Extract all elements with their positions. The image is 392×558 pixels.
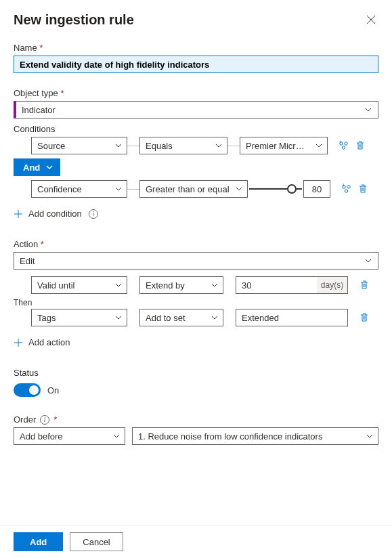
order-position-combo[interactable]: Add before bbox=[14, 427, 125, 445]
conditions-label: Conditions bbox=[14, 124, 378, 134]
object-type-value: Indicator bbox=[22, 105, 56, 115]
order-label-row: Order i bbox=[14, 414, 378, 425]
condition-join-label: And bbox=[23, 163, 40, 173]
status-toggle[interactable] bbox=[14, 383, 41, 397]
group-icon: + bbox=[339, 140, 349, 151]
name-label: Name bbox=[14, 43, 378, 53]
condition-operator-combo[interactable]: Greater than or equal bbox=[139, 180, 248, 198]
svg-point-5 bbox=[347, 186, 350, 188]
chevron-down-icon bbox=[315, 142, 323, 150]
action-field-combo[interactable]: Valid until bbox=[31, 276, 127, 294]
plus-icon bbox=[14, 209, 23, 219]
name-input[interactable] bbox=[14, 56, 378, 73]
info-icon[interactable]: i bbox=[89, 209, 98, 219]
svg-point-2 bbox=[342, 146, 345, 149]
svg-point-6 bbox=[345, 190, 347, 192]
chevron-down-icon bbox=[215, 142, 223, 150]
action-combo[interactable]: Edit bbox=[14, 252, 378, 270]
action-value-suffix: day(s) bbox=[317, 276, 348, 294]
delete-condition-button[interactable] bbox=[355, 180, 371, 198]
action-value-input[interactable]: 30 bbox=[236, 276, 317, 294]
action-label: Action bbox=[14, 239, 378, 249]
condition-operator-combo[interactable]: Equals bbox=[139, 137, 227, 154]
chevron-down-icon bbox=[364, 106, 372, 114]
order-reference-combo[interactable]: 1. Reduce noise from low confidence indi… bbox=[132, 427, 378, 445]
panel-title: New ingestion rule bbox=[14, 12, 134, 28]
delete-icon bbox=[360, 312, 369, 323]
condition-join-button[interactable]: And bbox=[14, 158, 60, 176]
plus-icon bbox=[14, 338, 23, 347]
panel-footer: Add Cancel bbox=[0, 525, 392, 558]
action-operator-combo[interactable]: Extend by bbox=[139, 276, 223, 294]
info-icon[interactable]: i bbox=[40, 415, 49, 425]
delete-condition-button[interactable] bbox=[352, 137, 368, 154]
svg-text:+: + bbox=[339, 140, 343, 145]
group-condition-button[interactable]: + bbox=[339, 180, 355, 198]
delete-action-button[interactable] bbox=[356, 276, 372, 294]
object-type-combo[interactable]: Indicator bbox=[14, 101, 378, 119]
delete-icon bbox=[355, 140, 365, 151]
chevron-down-icon bbox=[235, 185, 243, 193]
group-condition-button[interactable]: + bbox=[336, 137, 352, 154]
chevron-down-icon bbox=[211, 281, 219, 289]
confidence-value[interactable]: 80 bbox=[303, 180, 330, 198]
cancel-button[interactable]: Cancel bbox=[70, 532, 123, 551]
condition-value-combo[interactable]: Premier Micro... bbox=[240, 137, 328, 154]
chevron-down-icon bbox=[211, 314, 219, 322]
condition-field-combo[interactable]: Source bbox=[31, 137, 127, 154]
order-label: Order bbox=[14, 414, 36, 425]
group-icon: + bbox=[341, 184, 352, 194]
svg-point-1 bbox=[345, 142, 347, 145]
close-icon bbox=[366, 15, 376, 24]
condition-row: Source Equals Premier Micro... + bbox=[14, 137, 378, 154]
chevron-down-icon bbox=[45, 163, 53, 171]
chevron-down-icon bbox=[114, 185, 123, 193]
then-label: Then bbox=[14, 298, 378, 307]
svg-text:+: + bbox=[342, 184, 345, 188]
object-type-label: Object type bbox=[14, 88, 378, 98]
action-operator-combo[interactable]: Add to set bbox=[139, 309, 223, 326]
confidence-slider[interactable] bbox=[249, 180, 302, 198]
chevron-down-icon bbox=[114, 142, 123, 150]
action-row: Valid until Extend by 30 day(s) bbox=[14, 276, 378, 294]
condition-field-combo[interactable]: Confidence bbox=[31, 180, 127, 198]
condition-row: Confidence Greater than or equal 80 + bbox=[14, 180, 378, 198]
status-label: Status bbox=[14, 368, 378, 378]
chevron-down-icon bbox=[114, 281, 123, 289]
close-button[interactable] bbox=[364, 12, 378, 27]
action-row: Tags Add to set Extended bbox=[14, 309, 378, 326]
chevron-down-icon bbox=[366, 432, 374, 440]
delete-icon bbox=[358, 184, 368, 194]
chevron-down-icon bbox=[112, 432, 121, 440]
add-action-button[interactable]: Add action bbox=[14, 337, 70, 347]
chevron-down-icon bbox=[114, 314, 123, 322]
delete-action-button[interactable] bbox=[356, 309, 372, 326]
status-on-label: On bbox=[47, 385, 59, 395]
add-condition-button[interactable]: Add condition bbox=[14, 209, 82, 219]
action-value-input[interactable]: Extended bbox=[236, 309, 348, 326]
add-button[interactable]: Add bbox=[14, 532, 63, 551]
ingestion-rule-panel: New ingestion rule Name Object type Indi… bbox=[0, 0, 392, 558]
action-field-combo[interactable]: Tags bbox=[31, 309, 127, 326]
chevron-down-icon bbox=[364, 257, 372, 265]
action-value: Edit bbox=[20, 256, 35, 266]
delete-icon bbox=[360, 280, 369, 291]
